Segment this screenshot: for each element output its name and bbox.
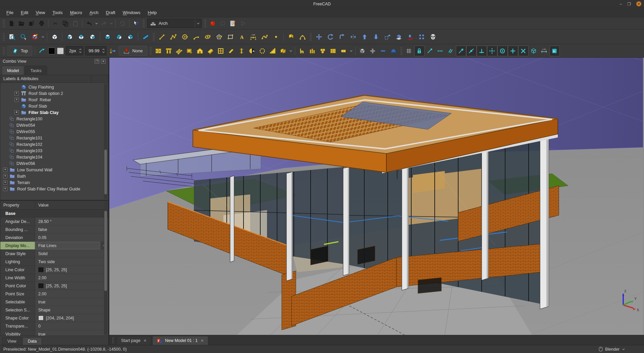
refresh-button[interactable] (117, 18, 127, 28)
toolbar-grip[interactable] (150, 47, 152, 55)
document-tab[interactable]: FNew Model 01 : 1✕ (152, 336, 209, 345)
minimize-button[interactable]: – (620, 2, 622, 6)
property-row[interactable]: Line Color[25, 25, 25] (0, 266, 108, 274)
tab-close-icon[interactable]: ✕ (144, 339, 147, 343)
property-value[interactable]: [204, 204, 204] (35, 314, 108, 322)
draft-wire-button[interactable] (168, 31, 179, 43)
face-color-swatch[interactable] (57, 48, 64, 54)
autogroup-button[interactable]: None (119, 46, 147, 56)
snap-perpendicular-button[interactable] (477, 46, 487, 56)
toolbar-grip[interactable] (3, 19, 5, 28)
property-value[interactable]: 2.00 (35, 290, 108, 298)
view-left-button[interactable] (125, 31, 136, 43)
expander-icon[interactable]: + (14, 91, 19, 96)
property-row[interactable]: Display Mo...Flat Lines (0, 242, 108, 250)
chevron-down-icon[interactable] (41, 33, 45, 41)
chevron-down-icon[interactable] (288, 47, 293, 55)
property-value[interactable]: 0.05 (35, 234, 108, 242)
undo-button[interactable] (84, 18, 94, 28)
toolbar-grip[interactable] (310, 33, 312, 41)
draft-rotate-button[interactable] (325, 31, 336, 43)
arch-axis-button[interactable] (236, 46, 247, 56)
expander-icon[interactable]: + (3, 187, 7, 191)
text-scale-spinner[interactable]: 99.99 (85, 46, 107, 55)
property-scrollbar[interactable] (104, 201, 107, 335)
tab-data[interactable]: Data (22, 337, 42, 345)
menu-view[interactable]: View (32, 9, 49, 16)
tree-item[interactable]: +Roof Slab option 2 (0, 90, 108, 97)
draft-bspline-button[interactable] (259, 31, 270, 43)
arch-reference-button[interactable] (184, 46, 195, 56)
tree-item[interactable]: +Roof Slab Filler Clay Rebar Guide (0, 186, 108, 192)
copy-button[interactable] (60, 18, 70, 28)
toolbar-grip[interactable] (153, 33, 155, 41)
workbench-selector[interactable]: Arch (147, 19, 202, 28)
draft-trimex-button[interactable] (347, 31, 359, 43)
draft-clone-button[interactable] (427, 31, 439, 43)
draw-style-button[interactable] (29, 31, 41, 43)
draft-offset-button[interactable] (336, 31, 347, 43)
arch-building-part-button[interactable] (195, 46, 205, 56)
property-row[interactable]: Visibilitytrue (0, 330, 108, 336)
tab-close-icon[interactable]: ✕ (201, 339, 204, 343)
tree-item[interactable]: Roof Slab (0, 103, 108, 109)
draft-downgrade-button[interactable] (370, 31, 382, 43)
property-row[interactable]: LightingTwo side (0, 258, 108, 266)
arch-window-button[interactable] (216, 46, 226, 56)
chevron-down-icon[interactable] (109, 19, 114, 28)
snap-extension-button[interactable] (529, 46, 539, 56)
expander-icon[interactable]: + (14, 110, 19, 115)
property-value[interactable]: Flat Lines (35, 242, 108, 250)
expander-icon[interactable]: + (3, 180, 7, 185)
arch-roof-button[interactable] (205, 46, 216, 56)
draft-line-button[interactable] (156, 31, 168, 43)
draft-point-button[interactable] (270, 31, 282, 43)
tab-view[interactable]: View (2, 337, 22, 345)
viewport-3d-scene[interactable]: Z X Y (109, 58, 643, 335)
draft-polygon-button[interactable] (213, 31, 225, 43)
property-value[interactable]: false (35, 226, 108, 234)
property-value[interactable]: Shape (35, 306, 108, 314)
box-zoom-button[interactable] (18, 31, 29, 43)
menu-arch[interactable]: Arch (86, 9, 102, 16)
spinner-arrows[interactable] (79, 48, 82, 53)
arch-profile-button[interactable] (307, 46, 318, 56)
menu-draft[interactable]: Draft (102, 9, 119, 16)
view-right-button[interactable] (87, 31, 98, 43)
toolbar-grip[interactable] (143, 19, 145, 28)
arch-remove-component-button[interactable] (378, 46, 388, 56)
snap-special-button[interactable] (435, 46, 445, 56)
snap-parallel-button[interactable] (445, 46, 456, 56)
tree-item[interactable]: +Bath (0, 173, 108, 179)
snap-dimensions-button[interactable]: 1.00 (539, 46, 549, 56)
print-button[interactable] (37, 18, 47, 28)
property-row[interactable]: Line Width2.00 (0, 274, 108, 282)
arch-add-component-button[interactable] (368, 46, 378, 56)
arch-cut-plane-button[interactable] (357, 46, 368, 56)
toolbar-grip[interactable] (3, 33, 5, 41)
property-row[interactable]: Shape Color[204, 204, 204] (0, 314, 108, 322)
view-bottom-button[interactable] (113, 31, 125, 43)
draft-circle-button[interactable] (179, 31, 191, 43)
panel-close-icon[interactable]: ✕ (101, 59, 106, 64)
property-value[interactable]: [25, 25, 25] (35, 266, 108, 274)
draft-text-button[interactable]: A (236, 31, 248, 43)
tree-item[interactable]: +Roof Rebar (0, 97, 108, 103)
property-value[interactable]: 28.50 ° (35, 218, 108, 226)
expander-icon[interactable]: + (3, 168, 7, 172)
chevron-down-icon[interactable] (94, 19, 99, 28)
arch-schedule-button[interactable] (328, 46, 338, 56)
toolbar-grip[interactable] (400, 47, 402, 55)
property-row[interactable]: Point Color[25, 25, 25] (0, 282, 108, 290)
macro-edit-button[interactable] (228, 18, 238, 28)
draft-upgrade-button[interactable] (359, 31, 370, 43)
view-fit-all-button[interactable] (6, 31, 18, 43)
document-tab[interactable]: Start page✕ (116, 336, 151, 345)
line-width-spinner[interactable]: 2px (66, 46, 83, 55)
menu-file[interactable]: File (3, 9, 17, 16)
draft-subelement-highlight-button[interactable] (405, 31, 416, 43)
arch-stairs-button[interactable] (268, 46, 278, 56)
tree-item[interactable]: Rectangle104 (0, 154, 108, 160)
property-row[interactable]: Selectabletrue (0, 298, 108, 306)
draft-array-button[interactable] (416, 31, 427, 43)
